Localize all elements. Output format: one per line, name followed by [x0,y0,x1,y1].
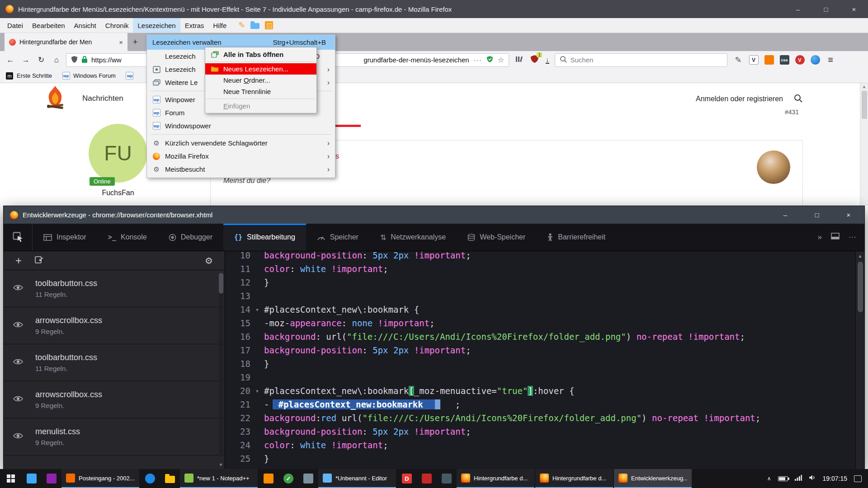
folder-tool-icon[interactable] [250,23,259,29]
devtools-tab-styleeditor[interactable]: {}Stilbearbeitung [223,224,306,251]
fold-marker-icon[interactable]: ▾ [250,384,264,398]
v-addon-icon[interactable]: V [749,55,759,65]
context-menu-item[interactable]: Alle in Tabs öffnen [205,49,316,60]
stylesheet-item[interactable]: arrowscrollbox.css9 Regeln. [4,307,225,344]
bookmarks-bar-item[interactable]: wpWindows Forum [62,72,116,80]
menubar-item-extras[interactable]: Extras [180,18,209,33]
devtools-tab-storage[interactable]: Web-Speicher [457,224,536,251]
taskbar-icon-app-orange[interactable] [259,469,278,488]
code-text[interactable]: } [264,452,269,465]
tab-close-icon[interactable]: × [119,38,123,46]
username[interactable]: FuchsFan [89,189,147,197]
action-center-icon[interactable] [854,475,862,482]
menu-item[interactable]: Mozilla Firefox› [147,150,335,163]
editor-scroll-up-icon[interactable]: ▴ [859,253,861,259]
sign-in-link[interactable]: Anmelden oder registrieren [696,95,783,103]
devtools-close-button[interactable]: × [833,206,864,224]
stylesheet-item[interactable]: toolbarbutton.css11 Regeln. [4,344,225,381]
css-addon-icon[interactable]: css [780,55,789,65]
volume-icon[interactable] [809,474,816,483]
search-bar[interactable]: Suchen [555,53,727,67]
battery-icon[interactable] [778,476,788,481]
stylesheet-item[interactable]: arrowscrollbox.css9 Regeln. [4,381,225,418]
taskbar-icon-app-green-check[interactable]: ✓ [278,469,298,488]
devtools-tab-accessibility[interactable]: Barrierefreiheit [536,224,616,251]
download-icon[interactable]: ↓ [546,56,549,64]
taskbar-button[interactable]: Entwicklerwerkzeug... [614,469,692,488]
split-console-icon[interactable] [831,233,840,242]
new-tab-button[interactable]: + [127,33,143,51]
taskbar-icon-app-gray[interactable] [298,469,318,488]
page-scrollbar-thumb[interactable] [862,91,867,119]
back-button[interactable]: ← [3,52,18,68]
devtools-maximize-button[interactable]: □ [801,206,833,224]
code-text[interactable]: } [264,357,269,371]
stylesheet-item[interactable]: menulist.css9 Regeln. [4,418,225,455]
code-text[interactable]: #placesContext_new\:bookmark { [264,303,419,316]
taskbar-icon-browser-app[interactable] [140,469,160,488]
post-number[interactable]: #431 [785,108,799,116]
taskbar-icon-app-dark[interactable] [437,469,457,488]
close-button[interactable]: × [840,0,868,18]
code-text[interactable]: #placesContext_new\:bookmark[_moz-menuac… [264,384,574,398]
library-icon[interactable] [515,56,524,65]
code-text[interactable]: -#placesContext_new:bookmarkk ; [264,398,460,411]
code-text[interactable]: -moz-appearance: none !important; [264,316,435,330]
context-menu-item[interactable]: Neuer Ordner... [205,75,316,86]
autocomplete-popup[interactable]: #placesContext_new:bookmarkk [273,399,440,409]
context-menu-item[interactable]: Neues Lesezeichen... [205,63,316,75]
bookmark-star-icon[interactable]: ☆ [498,56,504,64]
taskbar-button[interactable]: *new 1 - Notepad++ [180,469,258,488]
blue-addon-icon[interactable] [811,55,820,65]
sidebar-scrollbar[interactable] [219,273,223,456]
sidebar-scrollbar-thumb[interactable] [219,273,223,294]
taskbar-icon-pinned-app-1[interactable] [22,469,42,488]
forward-button[interactable]: → [18,52,33,68]
taskbar-icon-pinned-app-2[interactable] [42,469,61,488]
tray-expand-icon[interactable]: ∧ [767,475,771,482]
code-text[interactable]: background-position: 5px 2px !important; [264,425,471,438]
menubar-item-ansicht[interactable]: Ansicht [70,18,101,33]
forum-nav-messages[interactable]: Nachrichten [82,94,123,103]
visibility-eye-icon[interactable] [13,432,24,441]
menu-item[interactable]: ⚙Kürzlich verwendete Schlagwörter› [147,136,335,150]
network-icon[interactable] [795,474,802,483]
devtools-tab-debugger[interactable]: Debugger [158,224,223,251]
visibility-eye-icon[interactable] [13,395,24,404]
taskbar-button[interactable]: *Unbenannt - Editor [318,469,396,488]
menu-item[interactable]: wpWindowspower [147,119,335,132]
code-text[interactable]: background-position: 5px 2px !important; [264,343,471,357]
page-actions-more-icon[interactable]: ··· [474,56,482,64]
stylesheet-item[interactable]: toolbarbutton.css11 Regeln. [4,270,225,307]
tab-active[interactable]: Hintergrundfarbe der Men × [5,33,127,51]
context-menu-item[interactable]: Neue Trennlinie [205,86,316,97]
pick-element-button[interactable] [4,224,33,251]
avatar[interactable]: FU [89,124,147,183]
menubar-item-chronik[interactable]: Chronik [101,18,133,33]
options-gear-icon[interactable]: ⚙ [205,255,213,266]
more-tools-button[interactable]: » [818,233,822,242]
devtools-titlebar[interactable]: Entwicklerwerkzeuge - chrome://browser/c… [4,206,864,224]
orange-addon-icon[interactable] [764,55,774,65]
context-menu-item[interactable]: Einfügen [205,100,316,112]
taskbar-icon-app-red[interactable] [417,469,437,488]
editor-scrollbar[interactable]: ▴ [855,251,864,469]
code-text[interactable]: color: white !important; [264,262,388,276]
menubar-item-lesezeichen[interactable]: Lesezeichen [133,18,180,33]
code-text[interactable]: background:red url("file:///C:/Users/And… [264,411,760,425]
devtools-minimize-button[interactable]: – [769,206,801,224]
visibility-eye-icon[interactable] [13,358,24,367]
devtools-tab-memory[interactable]: Speicher [306,224,369,251]
taskbar-icon-app-d[interactable]: D [397,469,417,488]
bookmarks-bar-item[interactable]: mErste Schritte [5,72,52,80]
sidebar-scroll-down-icon[interactable]: ▾ [218,462,224,468]
taskbar-button[interactable]: Hintergrundfarbe d... [535,469,613,488]
maximize-button[interactable]: □ [812,0,840,18]
new-stylesheet-button[interactable]: + [15,255,22,266]
home-button[interactable]: ⌂ [49,52,64,68]
reload-button[interactable]: ↻ [33,52,49,68]
campfire-logo-icon[interactable] [45,85,65,111]
screenshot-tool-icon[interactable] [265,21,273,29]
code-text[interactable]: background-position: 5px 2px !important; [264,251,471,262]
code-text[interactable]: color: white !important; [264,438,388,452]
